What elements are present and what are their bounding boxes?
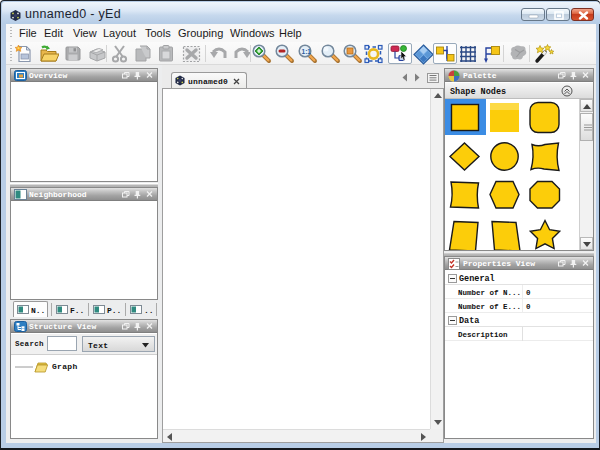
svg-text:1:1: 1:1 [302,48,312,55]
